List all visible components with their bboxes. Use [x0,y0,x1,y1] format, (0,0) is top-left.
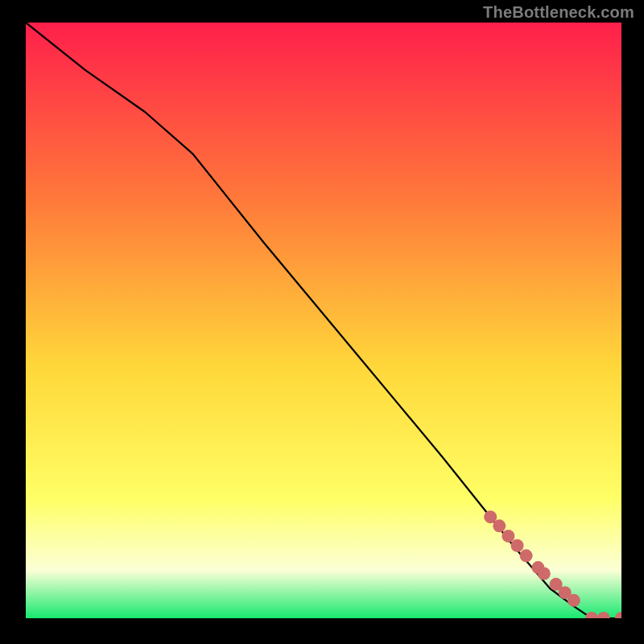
curve-marker [520,549,533,562]
curve-marker [493,519,506,532]
chart-frame: TheBottleneck.com [0,0,644,644]
plot-svg [26,23,621,618]
watermark-text: TheBottleneck.com [483,3,634,22]
plot-area [26,23,621,618]
curve-marker [568,594,580,607]
gradient-background [26,23,621,618]
curve-marker [511,539,524,552]
curve-marker [502,530,514,543]
curve-marker [538,568,551,580]
